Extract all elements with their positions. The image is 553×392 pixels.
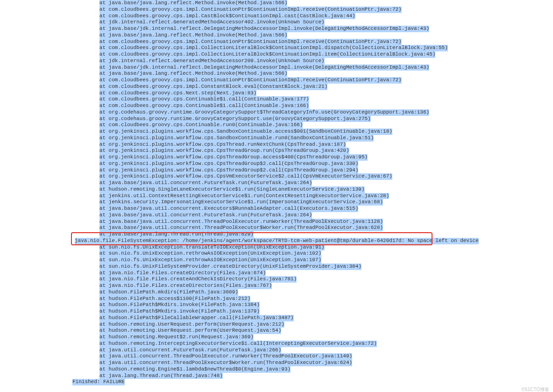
stack-trace-text: at com.cloudbees.groovy.cps.impl.Constan… bbox=[99, 84, 327, 90]
stack-trace-text: at com.cloudbees.groovy.cps.Continuable$… bbox=[99, 103, 309, 109]
stack-trace-line: at hudson.remoting.Engine$1.lambda$newTh… bbox=[75, 366, 553, 373]
stack-trace-line: at com.cloudbees.groovy.cps.Continuable.… bbox=[75, 122, 553, 128]
stack-trace-line: at org.codehaus.groovy.runtime.GroovyCat… bbox=[75, 116, 553, 122]
stack-trace-text: at com.cloudbees.groovy.cps.impl.Continu… bbox=[99, 77, 402, 84]
stack-trace-line: at org.jenkinsci.plugins.workflow.cps.Cp… bbox=[75, 167, 553, 174]
stack-trace-text: at java.util.concurrent.FutureTask.run(F… bbox=[99, 347, 281, 354]
stack-trace-line: at sun.nio.fs.UnixFileSystemProvider.cre… bbox=[75, 264, 553, 270]
stack-trace-text: at hudson.remoting.InterceptingExecutorS… bbox=[99, 341, 377, 347]
stack-trace-text: at java.base/java.lang.reflect.Method.in… bbox=[99, 32, 288, 39]
stack-trace-line: at hudson.remoting.UserRequest.perform(U… bbox=[75, 328, 553, 334]
stack-trace-text: at hudson.FilePath.mkdirs(FilePath.java:… bbox=[99, 289, 238, 296]
stack-trace-text: at com.cloudbees.groovy.cps.impl.CastBlo… bbox=[99, 13, 355, 20]
stack-trace-text: at java.util.concurrent.ThreadPoolExecut… bbox=[99, 353, 352, 360]
stack-trace-text: at java.base/java.util.concurrent.Future… bbox=[99, 212, 312, 219]
stack-trace-line: at hudson.remoting.Request$2.run(Request… bbox=[75, 334, 553, 341]
stack-trace-line: at java.util.concurrent.FutureTask.run(F… bbox=[75, 347, 553, 354]
stack-trace-line: at java.base/java.lang.reflect.Method.in… bbox=[75, 0, 553, 7]
stack-trace-line: at java.base/java.util.concurrent.Execut… bbox=[75, 206, 553, 212]
stack-trace-line: at org.jenkinsci.plugins.workflow.cps.Cp… bbox=[75, 148, 553, 154]
stack-trace-line: at org.jenkinsci.plugins.workflow.cps.Cp… bbox=[75, 173, 553, 180]
stack-trace-line: at com.cloudbees.groovy.cps.Continuable$… bbox=[75, 103, 553, 109]
stack-trace-text: at org.codehaus.groovy.runtime.GroovyCat… bbox=[99, 109, 429, 116]
stack-trace-text: at sun.nio.fs.UnixException.translateToI… bbox=[99, 244, 325, 251]
stack-trace-line: at hudson.FilePath$Mkdirs.invoke(FilePat… bbox=[75, 308, 553, 315]
console-log: at java.base/java.lang.reflect.Method.in… bbox=[75, 0, 553, 385]
stack-trace-text: at hudson.remoting.Request$2.run(Request… bbox=[99, 334, 254, 341]
stack-trace-text: at hudson.remoting.SingleLaneExecutorSer… bbox=[99, 186, 365, 193]
stack-trace-line: at org.jenkinsci.plugins.workflow.cps.Sa… bbox=[75, 128, 553, 135]
stack-trace-line: at com.cloudbees.groovy.cps.impl.Constan… bbox=[75, 84, 553, 90]
stack-trace-text: at java.base/jdk.internal.reflect.Delega… bbox=[99, 64, 429, 71]
stack-trace-text: at jdk.internal.reflect.GeneratedMethodA… bbox=[99, 58, 325, 64]
finished-text: Finished: FAILURE bbox=[72, 379, 125, 385]
stack-trace-line: at hudson.FilePath$FileCallableWrapper.c… bbox=[75, 315, 553, 321]
stack-trace-line: at hudson.FilePath.mkdirs(FilePath.java:… bbox=[75, 289, 553, 296]
stack-trace-line: at java.util.concurrent.ThreadPoolExecut… bbox=[75, 353, 553, 360]
stack-trace-text: at java.base/java.lang.Thread.run(Thread… bbox=[99, 231, 254, 238]
stack-trace-text: at hudson.remoting.UserRequest.perform(U… bbox=[99, 321, 284, 328]
stack-trace-line: at hudson.remoting.InterceptingExecutorS… bbox=[75, 341, 553, 347]
stack-trace-text: at java.nio.file.Files.createDirectories… bbox=[99, 283, 272, 289]
stack-trace-line: at sun.nio.fs.UnixException.rethrowAsIOE… bbox=[75, 257, 553, 264]
stack-trace-text: at jdk.internal.reflect.GeneratedMethodA… bbox=[99, 19, 325, 26]
stack-trace-text: at sun.nio.fs.UnixFileSystemProvider.cre… bbox=[99, 264, 362, 270]
stack-trace-text: at com.cloudbees.groovy.cps.Continuable$… bbox=[99, 96, 309, 103]
stack-trace-text: at org.jenkinsci.plugins.workflow.cps.Cp… bbox=[99, 142, 346, 148]
stack-trace-text: at jenkins.util.ContextResettingExecutor… bbox=[99, 193, 390, 200]
stack-trace-text: at hudson.remoting.UserRequest.perform(U… bbox=[99, 328, 281, 334]
stack-trace-text: at sun.nio.fs.UnixException.rethrowAsIOE… bbox=[99, 257, 321, 264]
stack-trace-text: at java.base/java.util.concurrent.Execut… bbox=[99, 206, 359, 212]
stack-trace-text: at org.jenkinsci.plugins.workflow.cps.Cp… bbox=[99, 148, 349, 154]
stack-trace-text: at hudson.FilePath$Mkdirs.invoke(FilePat… bbox=[99, 302, 260, 308]
stack-trace-text: at com.cloudbees.groovy.cps.impl.Continu… bbox=[99, 39, 402, 45]
stack-trace-line: at java.base/java.lang.reflect.Method.in… bbox=[75, 32, 553, 39]
stack-trace-line: at java.base/java.util.concurrent.Future… bbox=[75, 180, 553, 186]
stack-trace-text: at com.cloudbees.groovy.cps.impl.Collect… bbox=[99, 45, 448, 51]
stack-trace-line: at jenkins.security.ImpersonatingExecuto… bbox=[75, 199, 553, 206]
stack-trace-text: at java.base/java.lang.reflect.Method.in… bbox=[99, 0, 288, 7]
stack-trace-line: at java.nio.file.Files.createDirectory(F… bbox=[75, 270, 553, 277]
stack-trace-text: at com.cloudbees.groovy.cps.impl.Continu… bbox=[99, 7, 402, 13]
stack-trace-line: at org.jenkinsci.plugins.workflow.cps.Sa… bbox=[75, 135, 553, 142]
stack-trace-line: at com.cloudbees.groovy.cps.impl.Continu… bbox=[75, 7, 553, 13]
stack-trace-line: at java.base/java.util.concurrent.Future… bbox=[75, 212, 553, 219]
stack-trace-text: at org.jenkinsci.plugins.workflow.cps.Cp… bbox=[99, 154, 368, 161]
stack-trace-line: at com.cloudbees.groovy.cps.impl.Continu… bbox=[75, 39, 553, 45]
stack-trace-text: at hudson.remoting.Engine$1.lambda$newTh… bbox=[99, 366, 291, 373]
stack-trace-text: at org.jenkinsci.plugins.workflow.cps.Cp… bbox=[99, 173, 392, 180]
exception-line: java.nio.file.FileSystemException: /home… bbox=[75, 238, 553, 244]
stack-trace-text: at org.jenkinsci.plugins.workflow.cps.Cp… bbox=[99, 167, 359, 174]
stack-trace-text: at org.jenkinsci.plugins.workflow.cps.Sa… bbox=[99, 128, 392, 135]
stack-trace-line: at hudson.remoting.UserRequest.perform(U… bbox=[75, 321, 553, 328]
stack-trace-text: at jenkins.security.ImpersonatingExecuto… bbox=[99, 199, 383, 206]
console-output-page: at java.base/java.lang.reflect.Method.in… bbox=[0, 0, 553, 392]
stack-trace-text: at java.nio.file.Files.createAndCheckIsD… bbox=[99, 276, 297, 283]
stack-trace-line: at java.base/jdk.internal.reflect.Delega… bbox=[75, 26, 553, 32]
stack-trace-text: at java.util.concurrent.ThreadPoolExecut… bbox=[99, 360, 352, 366]
stack-trace-text: at hudson.FilePath$Mkdirs.invoke(FilePat… bbox=[99, 308, 260, 315]
stack-trace-line: at hudson.FilePath$Mkdirs.invoke(FilePat… bbox=[75, 302, 553, 308]
stack-trace-line: at jdk.internal.reflect.GeneratedMethodA… bbox=[75, 19, 553, 26]
stack-trace-line: at sun.nio.fs.UnixException.rethrowAsIOE… bbox=[75, 250, 553, 257]
stack-trace-text: at hudson.FilePath.access$1100(FilePath.… bbox=[99, 296, 250, 302]
stack-trace-line: at com.cloudbees.groovy.cps.Next.step(Ne… bbox=[75, 90, 553, 97]
stack-trace-line: at org.codehaus.groovy.runtime.GroovyCat… bbox=[75, 109, 553, 116]
stack-trace-text: at java.base/java.util.concurrent.Future… bbox=[99, 180, 312, 186]
stack-trace-line: at java.base/java.util.concurrent.Thread… bbox=[75, 219, 553, 225]
stack-trace-text: at org.jenkinsci.plugins.workflow.cps.Cp… bbox=[99, 161, 359, 167]
stack-trace-line: at org.jenkinsci.plugins.workflow.cps.Cp… bbox=[75, 142, 553, 148]
stack-trace-line: at hudson.FilePath.access$1100(FilePath.… bbox=[75, 296, 553, 302]
stack-trace-text: at com.cloudbees.groovy.cps.impl.Collect… bbox=[99, 51, 436, 58]
stack-trace-line: at com.cloudbees.groovy.cps.Continuable$… bbox=[75, 96, 553, 103]
stack-trace-line: at org.jenkinsci.plugins.workflow.cps.Cp… bbox=[75, 161, 553, 167]
stack-trace-line: at java.lang.Thread.run(Thread.java:748) bbox=[75, 373, 553, 379]
stack-trace-line: at com.cloudbees.groovy.cps.impl.Collect… bbox=[75, 45, 553, 51]
stack-trace-line: at com.cloudbees.groovy.cps.impl.Continu… bbox=[75, 77, 553, 84]
stack-trace-text: at java.base/java.lang.reflect.Method.in… bbox=[99, 71, 288, 77]
stack-trace-line: at java.base/java.lang.Thread.run(Thread… bbox=[75, 231, 553, 238]
stack-trace-text: at java.lang.Thread.run(Thread.java:748) bbox=[99, 373, 223, 379]
stack-trace-line: at java.nio.file.Files.createDirectories… bbox=[75, 283, 553, 289]
stack-trace-text: at java.nio.file.Files.createDirectory(F… bbox=[99, 270, 266, 277]
stack-trace-line: at com.cloudbees.groovy.cps.impl.CastBlo… bbox=[75, 13, 553, 20]
